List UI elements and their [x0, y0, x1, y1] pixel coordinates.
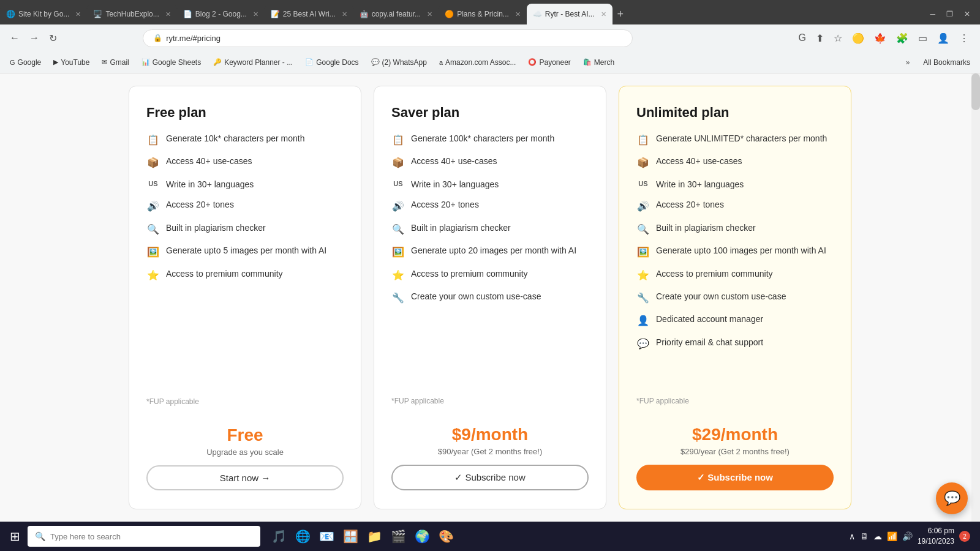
bookmarks-bar: G Google ▶ YouTube ✉ Gmail 📊 Google Shee… [0, 51, 980, 73]
bookmark-merch[interactable]: 🛍️ Merch [578, 56, 619, 69]
sidebar-icon[interactable]: ▭ [914, 30, 931, 47]
taskbar-app-soundcloud[interactable]: 🎵 [268, 525, 290, 547]
free-price-sub: Upgrade as you scale [146, 448, 344, 457]
tab-6[interactable]: 🟠 Plans & Pricin... ✕ [439, 4, 527, 24]
unlimited-feature-10: 💬 Priority email & chat support [636, 337, 834, 351]
bookmark-gmail[interactable]: ✉ Gmail [97, 56, 134, 69]
unlimited-languages-icon: US [636, 179, 650, 189]
taskbar-app-colorful[interactable]: 🎨 [435, 525, 458, 547]
chat-fab-button[interactable]: 💬 [936, 482, 968, 514]
extension2-icon[interactable]: 🍁 [870, 30, 890, 47]
bookmark-google[interactable]: G Google [5, 56, 46, 69]
taskbar-search-bar[interactable]: 🔍 [28, 526, 260, 547]
unlimited-support-icon: 💬 [636, 337, 650, 351]
bookmark-youtube[interactable]: ▶ YouTube [48, 56, 94, 69]
bookmark-youtube-label: YouTube [61, 58, 89, 67]
minimize-button[interactable]: ─ [925, 7, 940, 21]
network-icon[interactable]: 📶 [887, 531, 897, 541]
taskbar-search-input[interactable] [50, 532, 253, 541]
browser-chrome: 🌐 Site Kit by Go... ✕ 🖥️ TechHubExplo...… [0, 0, 980, 73]
tab-1-close[interactable]: ✕ [75, 10, 81, 18]
saver-feature-1-text: Generate 100k* characters per month [411, 133, 554, 145]
saver-subscribe-button[interactable]: ✓ Subscribe now [391, 465, 589, 490]
extension-icon[interactable]: 🟡 [848, 30, 868, 47]
all-bookmarks[interactable]: All Bookmarks [918, 56, 975, 69]
scrollbar-thumb[interactable] [971, 73, 980, 110]
menu-icon[interactable]: ⋮ [956, 30, 973, 47]
tab-2-close[interactable]: ✕ [165, 10, 171, 18]
tab-3-favicon: 📄 [183, 10, 192, 18]
scrollbar[interactable] [971, 73, 980, 522]
forward-button[interactable]: → [27, 30, 42, 46]
tab-2-label: TechHubExplo... [105, 10, 159, 18]
tab-4-close[interactable]: ✕ [342, 10, 347, 18]
unlimited-subscribe-button[interactable]: ✓ Subscribe now [636, 465, 834, 490]
tab-7-close[interactable]: ✕ [601, 10, 606, 18]
bookmark-whatsapp[interactable]: 💬 (2) WhatsApp [366, 56, 432, 69]
maximize-button[interactable]: ❐ [941, 7, 958, 21]
files-icon: 📁 [367, 529, 382, 544]
taskbar-app-netflix[interactable]: 🎬 [387, 525, 410, 547]
new-tab-button[interactable]: + [612, 6, 629, 23]
tab-1-label: Site Kit by Go... [18, 10, 69, 18]
taskbar-app-edge[interactable]: 🌐 [292, 525, 314, 547]
saver-languages-icon: US [391, 179, 405, 189]
bookmark-google-docs[interactable]: 📄 Google Docs [300, 56, 363, 69]
cloud-icon[interactable]: ☁ [873, 531, 882, 541]
chevron-up-icon[interactable]: ∧ [849, 531, 855, 541]
tab-7[interactable]: ☁️ Rytr - Best AI... ✕ [527, 4, 612, 24]
extensions-puzzle-icon[interactable]: 🧩 [892, 30, 912, 47]
tab-1[interactable]: 🌐 Site Kit by Go... ✕ [0, 4, 87, 24]
tab-2[interactable]: 🖥️ TechHubExplo... ✕ [87, 4, 176, 24]
unlimited-plagiarism-icon: 🔍 [636, 223, 650, 236]
tab-2-favicon: 🖥️ [93, 10, 102, 18]
taskbar-app-windows[interactable]: 🪟 [339, 525, 362, 547]
bookmark-sheets[interactable]: 📊 Google Sheets [137, 56, 206, 69]
saver-price-section: $9/month $90/year (Get 2 months free!) ✓… [391, 415, 589, 490]
volume-icon[interactable]: 🔊 [902, 531, 913, 541]
tab-4[interactable]: 📝 25 Best AI Wri... ✕ [265, 4, 353, 24]
notification-badge[interactable]: 2 [959, 531, 970, 542]
profile-icon[interactable]: 👤 [933, 30, 953, 47]
bookmark-keyword-planner[interactable]: 🔑 Keyword Planner - ... [208, 56, 298, 69]
address-bar: ← → ↻ 🔒 rytr.me/#pricing G ⬆ ☆ 🟡 🍁 🧩 ▭ 👤… [0, 24, 980, 51]
tab-6-close[interactable]: ✕ [515, 10, 521, 18]
google-account-icon[interactable]: G [795, 30, 810, 46]
bookmark-sheets-label: Google Sheets [153, 58, 201, 67]
saver-feature-5: 🔍 Built in plagiarism checker [391, 222, 589, 236]
bookmarks-more[interactable]: » [902, 56, 914, 69]
bookmark-payoneer[interactable]: ⭕ Payoneer [523, 56, 575, 69]
saver-plan-title: Saver plan [391, 105, 589, 121]
saver-feature-8: 🔧 Create your own custom use-case [391, 291, 589, 305]
tab-3-label: Blog 2 - Goog... [195, 10, 247, 18]
desktop-icon[interactable]: 🖥 [860, 531, 869, 541]
tab-3[interactable]: 📄 Blog 2 - Goog... ✕ [177, 4, 265, 24]
share-icon[interactable]: ⬆ [812, 30, 827, 47]
start-button[interactable]: ⊞ [5, 524, 25, 549]
unlimited-manager-icon: 👤 [636, 314, 650, 328]
tab-5-close[interactable]: ✕ [427, 10, 432, 18]
unlimited-price-sub: $290/year (Get 2 months free!) [636, 447, 834, 456]
search-icon: 🔍 [35, 531, 45, 541]
colorful-app-icon: 🎨 [439, 529, 454, 544]
saver-images-icon: 🖼️ [391, 246, 405, 259]
taskbar-app-chrome[interactable]: 🌍 [411, 525, 434, 547]
lock-icon: 🔒 [153, 34, 162, 42]
unlimited-feature-7-text: Access to premium community [656, 268, 773, 280]
tab-3-close[interactable]: ✕ [253, 10, 258, 18]
free-feature-2: 📦 Access 40+ use-cases [146, 156, 344, 170]
google-favicon: G [10, 59, 15, 66]
free-feature-6: 🖼️ Generate upto 5 images per month with… [146, 245, 344, 259]
back-button[interactable]: ← [7, 30, 22, 46]
bookmark-amazon[interactable]: a Amazon.com Assoc... [434, 56, 521, 69]
taskbar-app-files[interactable]: 📁 [363, 525, 386, 547]
reload-button[interactable]: ↻ [47, 30, 59, 47]
tab-5[interactable]: 🤖 copy.ai featur... ✕ [353, 4, 439, 24]
bookmark-star-icon[interactable]: ☆ [830, 30, 846, 47]
url-bar[interactable]: 🔒 rytr.me/#pricing [143, 29, 633, 47]
close-button[interactable]: ✕ [959, 7, 975, 21]
bookmark-google-label: Google [18, 58, 42, 67]
taskbar-app-mail[interactable]: 📧 [315, 525, 338, 547]
toolbar-icons: G ⬆ ☆ 🟡 🍁 🧩 ▭ 👤 ⋮ [795, 30, 973, 47]
free-start-button[interactable]: Start now → [146, 465, 344, 490]
